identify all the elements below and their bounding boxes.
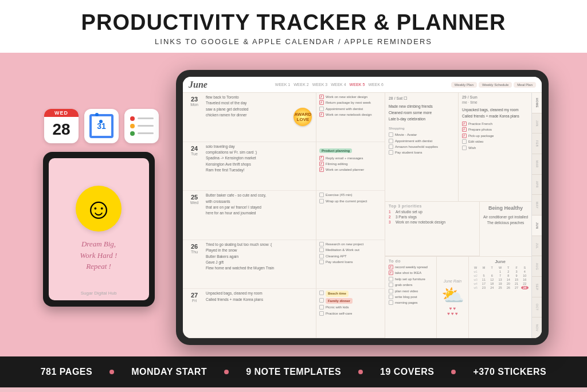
tab-oct[interactable]: OCT (532, 297, 542, 318)
task-check-mon-3[interactable] (319, 107, 324, 111)
covers-value: 19 COVERS (380, 367, 434, 377)
tab-apr[interactable]: APR (532, 175, 542, 195)
task-check-mon-1[interactable] (319, 95, 324, 99)
calendar-day-label: WED (44, 109, 79, 117)
task-text-tue-2: Filming editing (326, 162, 348, 166)
start-value: MONDAY START (131, 367, 207, 377)
week5-nav[interactable]: WEEK 5 (350, 83, 365, 87)
stat-start: MONDAY START (114, 367, 224, 377)
templates-value: 9 NOTE TEMPLATES (246, 367, 341, 377)
task-text-mon-2: Return package by next week (326, 100, 371, 105)
sun-check-1[interactable] (462, 121, 467, 126)
cal-w2: w2 (472, 274, 479, 277)
task-check-wed-1[interactable] (319, 193, 324, 197)
task-check-mon-4[interactable] (319, 112, 324, 117)
week2-nav[interactable]: WEEK 2 (294, 83, 308, 87)
shop-3: Amazon household supplies (389, 144, 455, 149)
cal-7: 7 (496, 274, 504, 277)
cal-2: 2 (504, 270, 512, 273)
cal-21: 21 (512, 282, 520, 285)
priority-1: 1 Art studio set up (389, 210, 476, 214)
todo-check-4[interactable] (389, 283, 393, 287)
task-check-tue-1[interactable] (319, 156, 324, 160)
shop-check-1[interactable] (389, 132, 393, 137)
cal-header-w2: W (496, 266, 504, 269)
tab-home[interactable]: HOME (532, 93, 542, 113)
tasks-tue: Product planning Reply email + messages … (316, 142, 385, 191)
sun-check-2[interactable] (462, 127, 467, 132)
week4-nav[interactable]: WEEK 4 (331, 83, 346, 87)
tablet-line2: Work Hard ! (80, 251, 118, 260)
task-check-tue-2[interactable] (319, 162, 324, 166)
shop-check-3[interactable] (389, 144, 393, 149)
tab-may[interactable]: MAY (532, 195, 542, 215)
right-column: 28 / Sat ☐ Made new climbing friends Cle… (385, 93, 531, 338)
task-check-fri-3[interactable] (319, 305, 324, 309)
meal-plan-btn[interactable]: Meal Plan (514, 82, 536, 88)
day-name-tue: Tue (191, 152, 198, 156)
task-fri-3: Picnic with kids (319, 305, 382, 309)
week6-nav[interactable]: WEEK 6 (368, 83, 383, 87)
sun-check-4[interactable] (462, 139, 467, 144)
todo-check-6[interactable] (389, 295, 393, 299)
tab-jun[interactable]: JUN (532, 215, 542, 236)
tab-jan[interactable]: JAN (532, 113, 542, 134)
sun-check-5[interactable] (462, 146, 467, 150)
priorities-title: Top 3 priorities (389, 204, 476, 208)
todo-check-2[interactable] (389, 271, 393, 275)
tab-sep[interactable]: SEP (532, 277, 542, 297)
todo-1: record weekly spread (389, 265, 433, 269)
task-check-mon-2[interactable] (319, 100, 324, 105)
sun-check-3[interactable] (462, 134, 467, 138)
cal-25: 25 (496, 286, 504, 289)
tab-nov[interactable]: NOV (532, 317, 542, 338)
task-check-thu-1[interactable] (319, 242, 324, 246)
shop-text-4: Pay student loans (395, 150, 422, 155)
task-thu-4: Pay student loans (319, 260, 382, 264)
week-nav[interactable]: WEEK 1 WEEK 2 WEEK 3 WEEK 4 WEEK 5 WEEK … (275, 83, 383, 87)
task-check-fri-2[interactable] (319, 298, 324, 303)
content-area: WED 28 (0, 53, 587, 356)
cal-8: 8 (504, 274, 512, 277)
shop-text-3: Amazon household supplies (395, 144, 438, 149)
tab-jul[interactable]: JUL (532, 236, 542, 257)
reminder-row-2 (130, 124, 154, 128)
shop-check-2[interactable] (389, 139, 393, 143)
healthy-title: Being Healthy (483, 204, 528, 212)
day-row-wed: 25 Wed Butter baker cafe - so cute and c… (183, 191, 316, 240)
weekly-schedule-btn[interactable]: Weekly Schedule (479, 82, 512, 88)
todo-check-7[interactable] (389, 300, 393, 305)
task-check-thu-3[interactable] (319, 254, 324, 258)
todo-check-1[interactable] (389, 265, 393, 269)
shop-4: Pay student loans (389, 150, 455, 155)
priority-2: 2 3 Paris vlogs (389, 215, 476, 219)
sunday-me-time: me · time (462, 100, 528, 104)
reminder-line-2 (138, 125, 154, 127)
google-calendar-icon (84, 109, 119, 143)
task-check-thu-2[interactable] (319, 248, 324, 252)
week3-nav[interactable]: WEEK 3 (312, 83, 327, 87)
task-mon-4: Work on new notebook design (319, 112, 382, 117)
cal-header-t2: T (504, 266, 512, 269)
task-check-fri-1[interactable] (319, 291, 324, 295)
tab-feb[interactable]: FEB (532, 134, 542, 154)
stat-templates: 9 NOTE TEMPLATES (229, 367, 358, 377)
cal-header-m: M (480, 266, 487, 269)
week1-nav[interactable]: WEEK 1 (275, 83, 290, 87)
sun-text-5: Wish (468, 146, 476, 150)
task-wed-1: Exercise (45 min) (319, 193, 382, 197)
shop-check-4[interactable] (389, 150, 393, 155)
task-check-thu-4[interactable] (319, 260, 324, 264)
tab-mar[interactable]: MAR (532, 154, 542, 175)
task-wed-2: Wrap up the current project (319, 199, 382, 203)
task-check-wed-2[interactable] (319, 199, 324, 203)
dot-1 (109, 370, 114, 374)
todo-check-3[interactable] (389, 277, 393, 281)
todo-check-5[interactable] (389, 289, 393, 293)
reminder-line-1 (138, 117, 154, 119)
task-check-fri-4[interactable] (319, 311, 324, 316)
weekly-plan-btn[interactable]: Weekly Plan (451, 82, 477, 88)
tab-aug[interactable]: AUG (532, 256, 542, 277)
task-check-tue-3[interactable] (319, 167, 324, 172)
cal-17: 17 (480, 282, 487, 285)
